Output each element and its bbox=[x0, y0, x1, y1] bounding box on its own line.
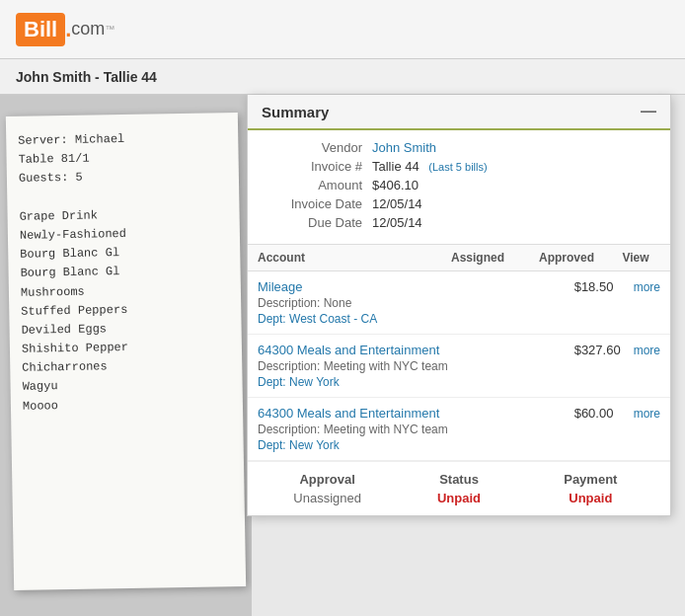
more-link[interactable]: more bbox=[634, 280, 660, 294]
row-description: Description: Meeting with NYC team bbox=[258, 423, 660, 436]
payment-label: Payment bbox=[525, 472, 656, 487]
invoice-label: Invoice # bbox=[264, 159, 362, 174]
row-main: 64300 Meals and Entertainment $60.00 mor… bbox=[258, 406, 660, 421]
invoice-date-row: Invoice Date 12/05/14 bbox=[264, 196, 654, 211]
close-button[interactable]: — bbox=[641, 103, 656, 120]
row-amount: $327.60 bbox=[574, 343, 634, 357]
status-value: Unpaid bbox=[393, 491, 524, 505]
amount-value: $406.10 bbox=[372, 178, 419, 192]
approval-value: Unassigned bbox=[262, 491, 393, 505]
logo-tm: ™ bbox=[105, 24, 114, 35]
due-date-label: Due Date bbox=[264, 215, 362, 230]
col-approved: Approved bbox=[522, 251, 611, 265]
col-assigned: Assigned bbox=[433, 251, 522, 265]
logo-com: com bbox=[71, 19, 105, 39]
summary-footer: Approval Unassigned Status Unpaid Paymen… bbox=[248, 461, 670, 515]
due-date-row: Due Date 12/05/14 bbox=[264, 215, 654, 230]
vendor-label: Vendor bbox=[264, 140, 362, 155]
row-dept: Dept: New York bbox=[258, 375, 660, 389]
table-row: 64300 Meals and Entertainment $327.60 mo… bbox=[248, 335, 670, 398]
summary-panel: Summary — Vendor John Smith Invoice # Ta… bbox=[247, 95, 671, 516]
invoice-date-value: 12/05/14 bbox=[372, 196, 422, 211]
account-link[interactable]: Mileage bbox=[258, 279, 565, 294]
row-main: Mileage $18.50 more bbox=[258, 279, 660, 294]
row-amount: $18.50 bbox=[574, 279, 634, 294]
approval-label: Approval bbox=[262, 472, 393, 487]
table-row: Mileage $18.50 more Description: None De… bbox=[248, 271, 670, 335]
receipt-area: Server: Michael Table 81/1 Guests: 5 Gra… bbox=[0, 95, 252, 616]
payment-col: Payment Unpaid bbox=[525, 472, 656, 505]
dept-label: Dept: bbox=[258, 375, 286, 389]
last-bills-link[interactable]: (Last 5 bills) bbox=[428, 161, 487, 173]
main-content: Server: Michael Table 81/1 Guests: 5 Gra… bbox=[0, 95, 685, 616]
invoice-date-label: Invoice Date bbox=[264, 196, 362, 211]
table-row: 64300 Meals and Entertainment $60.00 mor… bbox=[248, 398, 670, 461]
invoice-row: Invoice # Tallie 44 (Last 5 bills) bbox=[264, 159, 654, 174]
summary-header: Summary — bbox=[248, 95, 670, 130]
col-view: View bbox=[611, 251, 660, 265]
logo-bill: Bill bbox=[16, 13, 65, 46]
amount-label: Amount bbox=[264, 178, 362, 192]
table-header: Account Assigned Approved View bbox=[248, 245, 670, 271]
summary-info: Vendor John Smith Invoice # Tallie 44 (L… bbox=[248, 130, 670, 244]
dept-label: Dept: bbox=[258, 438, 286, 452]
account-link[interactable]: 64300 Meals and Entertainment bbox=[258, 343, 565, 357]
amount-row: Amount $406.10 bbox=[264, 178, 654, 192]
row-amount: $60.00 bbox=[574, 406, 634, 421]
receipt-paper: Server: Michael Table 81/1 Guests: 5 Gra… bbox=[6, 113, 246, 590]
status-col: Status Unpaid bbox=[393, 472, 524, 505]
summary-title: Summary bbox=[262, 104, 329, 120]
logo: Bill.com™ bbox=[16, 13, 114, 46]
row-description: Description: None bbox=[258, 296, 660, 310]
row-dept: Dept: New York bbox=[258, 438, 660, 452]
page-title: John Smith - Tallie 44 bbox=[16, 69, 157, 85]
row-description: Description: Meeting with NYC team bbox=[258, 359, 660, 373]
account-link[interactable]: 64300 Meals and Entertainment bbox=[258, 406, 565, 421]
row-main: 64300 Meals and Entertainment $327.60 mo… bbox=[258, 343, 660, 357]
receipt-line: Moooo bbox=[23, 394, 231, 417]
invoice-number-link[interactable]: Tallie 44 bbox=[372, 159, 419, 174]
dept-value-link[interactable]: West Coast - CA bbox=[289, 312, 377, 326]
status-label: Status bbox=[393, 472, 524, 487]
app-header: Bill.com™ bbox=[0, 0, 685, 59]
col-account: Account bbox=[258, 251, 433, 265]
due-date-value: 12/05/14 bbox=[372, 215, 422, 230]
dept-value-link[interactable]: New York bbox=[289, 375, 340, 389]
dept-value-link[interactable]: New York bbox=[289, 438, 340, 452]
summary-table: Account Assigned Approved View Mileage $… bbox=[248, 244, 670, 461]
dept-label: Dept: bbox=[258, 312, 286, 326]
row-dept: Dept: West Coast - CA bbox=[258, 312, 660, 326]
payment-value: Unpaid bbox=[525, 491, 656, 505]
subheader: John Smith - Tallie 44 bbox=[0, 59, 685, 95]
more-link[interactable]: more bbox=[634, 344, 660, 357]
approval-col: Approval Unassigned bbox=[262, 472, 393, 505]
vendor-row: Vendor John Smith bbox=[264, 140, 654, 155]
more-link[interactable]: more bbox=[634, 407, 660, 421]
vendor-value[interactable]: John Smith bbox=[372, 140, 436, 155]
invoice-value: Tallie 44 (Last 5 bills) bbox=[372, 159, 488, 174]
